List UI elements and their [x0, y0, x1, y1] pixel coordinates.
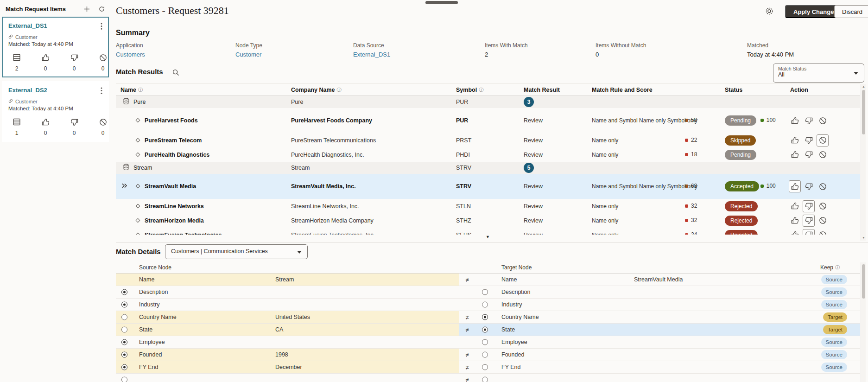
- thumb-up-icon[interactable]: [789, 115, 801, 127]
- card-title[interactable]: External_DS1: [8, 22, 47, 29]
- source-radio[interactable]: [121, 352, 127, 358]
- thumb-down-icon[interactable]: [803, 215, 815, 227]
- target-radio[interactable]: [482, 352, 488, 358]
- match-name[interactable]: PureHarvest Foods: [145, 117, 198, 124]
- thumb-up-icon[interactable]: [789, 134, 801, 146]
- column-header[interactable]: Status: [725, 87, 742, 93]
- block-icon[interactable]: [817, 229, 829, 235]
- match-detail-row[interactable]: Name Stream ≠ Name StreamVault Media Sou…: [116, 274, 860, 286]
- match-results-scrollbar[interactable]: ▲ ▼: [861, 84, 866, 241]
- match-detail-row[interactable]: State CA ≠ State Target: [116, 324, 860, 336]
- match-rule: Name only 24: [592, 232, 618, 235]
- column-header[interactable]: Company Nameⓘ: [291, 87, 341, 93]
- match-result-row[interactable]: StreamVault Media StreamVault Media, Inc…: [116, 174, 860, 199]
- drag-handle[interactable]: [425, 1, 458, 4]
- source-radio[interactable]: [121, 289, 127, 295]
- match-result-row[interactable]: StreamLine Networks StreamLine Networks,…: [116, 199, 860, 213]
- match-name[interactable]: StreamVault Media: [145, 183, 196, 190]
- column-header[interactable]: Action: [790, 87, 808, 93]
- target-radio[interactable]: [482, 364, 488, 370]
- source-attribute: Description: [139, 289, 168, 295]
- group-row[interactable]: Pure Pure PUR 3: [116, 96, 860, 108]
- block-icon[interactable]: [817, 200, 829, 212]
- scroll-down-arrow[interactable]: ▼: [861, 236, 866, 240]
- match-detail-row[interactable]: ≠: [116, 374, 860, 382]
- target-radio[interactable]: [482, 314, 488, 320]
- match-detail-row[interactable]: Employee Employee Source: [116, 336, 860, 349]
- match-name[interactable]: StreamHorizon Media: [145, 217, 204, 224]
- discard-button[interactable]: Discard: [834, 5, 868, 18]
- column-header[interactable]: Nameⓘ: [120, 87, 143, 93]
- source-radio[interactable]: [121, 377, 127, 382]
- block-icon[interactable]: [817, 180, 829, 192]
- search-icon[interactable]: [172, 69, 180, 77]
- thumb-up-icon[interactable]: [789, 149, 801, 161]
- block-icon[interactable]: [817, 149, 829, 161]
- match-result-row[interactable]: StreamHorizon Media StreamHorizon Media …: [116, 213, 860, 228]
- match-result-row[interactable]: StreamFusion Technologies StreamFusion T…: [116, 228, 860, 235]
- match-rule: Name and Symbol 63: [592, 183, 639, 190]
- stat-count: 0: [70, 65, 79, 72]
- summary-field-value[interactable]: Customers: [116, 51, 145, 58]
- source-radio[interactable]: [121, 302, 127, 308]
- group-row[interactable]: Stream Stream STRV 5: [116, 162, 860, 174]
- match-result-row[interactable]: PureHealth Diagnostics PureHealth Diagno…: [116, 147, 860, 162]
- match-details-scrollbar[interactable]: [861, 262, 866, 382]
- column-header[interactable]: Match Rule and Score: [592, 87, 653, 93]
- match-detail-row[interactable]: Industry Industry Source: [116, 299, 860, 311]
- target-radio[interactable]: [482, 339, 488, 345]
- match-detail-row[interactable]: Country Name United States ≠ Country Nam…: [116, 311, 860, 324]
- thumb-down-icon[interactable]: [803, 180, 815, 192]
- thumb-down-icon[interactable]: [803, 229, 815, 235]
- match-detail-row[interactable]: Founded 1998 ≠ Founded Source: [116, 349, 860, 361]
- request-item-card[interactable]: External_DS2 Customer Matched: Today at …: [2, 81, 109, 142]
- request-item-card[interactable]: External_DS1 Customer Matched: Today at …: [2, 17, 109, 77]
- match-details-selector[interactable]: Customers | Communication Services: [165, 244, 308, 259]
- match-results-scroll-thumb[interactable]: [862, 90, 865, 134]
- match-status-dropdown[interactable]: Match Status All: [773, 64, 864, 83]
- target-radio[interactable]: [482, 327, 488, 333]
- source-radio[interactable]: [121, 339, 127, 345]
- target-radio[interactable]: [482, 289, 488, 295]
- match-name[interactable]: StreamFusion Technologies: [145, 232, 222, 235]
- match-name[interactable]: StreamLine Networks: [145, 203, 204, 210]
- summary-field-value[interactable]: Customer: [235, 51, 262, 58]
- thumb-up-icon[interactable]: [789, 229, 801, 235]
- source-radio[interactable]: [121, 327, 127, 333]
- add-icon[interactable]: [83, 5, 90, 13]
- scroll-down-icon[interactable]: ▼: [486, 235, 490, 239]
- settings-icon[interactable]: [765, 6, 775, 17]
- match-rules: Name only 32: [592, 217, 618, 224]
- block-icon[interactable]: [817, 115, 829, 127]
- thumb-up-icon[interactable]: [789, 200, 801, 212]
- match-name[interactable]: PureStream Telecom: [145, 137, 202, 144]
- target-radio[interactable]: [482, 377, 488, 382]
- thumb-down-icon[interactable]: [803, 200, 815, 212]
- scroll-up-arrow[interactable]: ▲: [861, 84, 866, 89]
- refresh-icon[interactable]: [98, 5, 105, 13]
- block-icon[interactable]: [817, 134, 829, 146]
- summary-field-value[interactable]: External_DS1: [353, 51, 390, 58]
- kebab-menu-icon[interactable]: [101, 87, 102, 96]
- thumb-down-icon[interactable]: [803, 134, 815, 146]
- match-detail-row[interactable]: FY End December ≠ FY End Source: [116, 361, 860, 374]
- source-cell-bg: [116, 299, 459, 311]
- block-icon[interactable]: [817, 215, 829, 227]
- column-header[interactable]: Match Result: [524, 87, 560, 93]
- match-result-row[interactable]: PureHarvest Foods PureHarvest Foods Comp…: [116, 108, 860, 133]
- source-radio[interactable]: [121, 314, 127, 320]
- source-radio[interactable]: [121, 364, 127, 370]
- match-detail-row[interactable]: Description Description Source: [116, 286, 860, 299]
- match-result-row[interactable]: PureStream Telecom PureStream Telecommun…: [116, 133, 860, 147]
- thumb-down-icon[interactable]: [803, 115, 815, 127]
- match-details-scroll-thumb[interactable]: [862, 264, 865, 299]
- summary-field: Application Customers: [116, 42, 145, 58]
- thumb-up-icon[interactable]: [789, 215, 801, 227]
- target-radio[interactable]: [482, 302, 488, 308]
- column-header[interactable]: Symbolⓘ: [456, 87, 483, 93]
- thumb-down-icon[interactable]: [803, 149, 815, 161]
- match-name[interactable]: PureHealth Diagnostics: [145, 152, 209, 158]
- kebab-menu-icon[interactable]: [101, 23, 102, 31]
- card-title[interactable]: External_DS2: [8, 87, 47, 94]
- thumb-up-icon[interactable]: [789, 180, 801, 192]
